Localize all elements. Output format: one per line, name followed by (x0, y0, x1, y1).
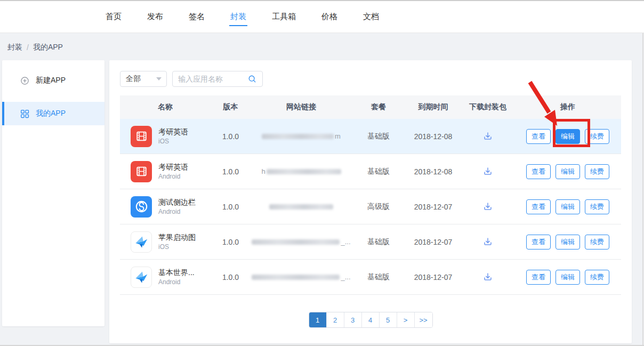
renew-button[interactable]: 续费 (585, 129, 609, 144)
renew-button[interactable]: 续费 (585, 199, 609, 214)
search-box (172, 71, 263, 87)
view-button[interactable]: 查看 (526, 235, 551, 250)
next-page-button[interactable]: > (397, 312, 415, 327)
package-tier: 基础版 (352, 167, 405, 176)
page-button-4[interactable]: 4 (362, 312, 380, 327)
download-icon (482, 236, 494, 248)
top-navigation: 首页 发布 签名 封装 工具箱 价格 文档 (0, 1, 644, 33)
app-platform: Android (158, 278, 195, 286)
download-package-button[interactable] (482, 166, 494, 178)
app-version: 1.0.0 (211, 167, 251, 176)
renew-button[interactable]: 续费 (585, 164, 609, 179)
download-package-button[interactable] (482, 271, 494, 283)
app-version: 1.0.0 (211, 132, 251, 141)
view-button[interactable]: 查看 (526, 199, 551, 214)
expiry-date: 2018-12-08 (405, 167, 461, 176)
download-package-button[interactable] (482, 131, 494, 142)
app-name: 考研英语 (158, 162, 188, 172)
expiry-date: 2018-12-07 (405, 273, 461, 281)
expiry-date: 2018-12-07 (405, 238, 461, 246)
edit-button[interactable]: 编辑 (556, 270, 580, 285)
page-button-1[interactable]: 1 (309, 312, 327, 327)
nav-item-home[interactable]: 首页 (106, 1, 122, 33)
table-row: 测试侧边栏 Android 1.0.0 高级版 2018-12-07 查看 (120, 189, 621, 224)
website-link-masked: m (251, 132, 352, 140)
table-row: 考研英语 Android 1.0.0 h 基础版 2018-12-08 (120, 154, 621, 189)
table-row: 考研英语 iOS 1.0.0 m 基础版 2018-12-08 (120, 119, 621, 154)
breadcrumb-separator: / (27, 43, 29, 52)
main-content-panel: 全部 名称 版本 网站链接 套餐 到期时间 下载封装包 操作 (109, 60, 632, 343)
breadcrumb: 封装 / 我的APP (7, 43, 63, 52)
expiry-date: 2018-12-07 (405, 203, 461, 211)
app-name: 基本世界... (158, 268, 195, 278)
page-button-3[interactable]: 3 (344, 312, 362, 327)
view-button[interactable]: 查看 (526, 270, 551, 285)
download-package-button[interactable] (482, 236, 494, 248)
film-icon (131, 126, 152, 147)
search-input[interactable] (178, 75, 247, 83)
expiry-date: 2018-12-08 (405, 132, 461, 141)
edit-button[interactable]: 编辑 (556, 164, 580, 179)
page-button-5[interactable]: 5 (380, 312, 397, 327)
pagination-container: 1 2 3 4 5 > >> (120, 312, 621, 328)
app-name: 考研英语 (158, 127, 188, 137)
page-button-2[interactable]: 2 (327, 312, 344, 327)
app-platform: iOS (158, 137, 188, 146)
view-button[interactable]: 查看 (526, 164, 551, 179)
blurred-link-bar (262, 134, 334, 139)
edit-button-highlighted[interactable]: 编辑 (556, 129, 580, 144)
renew-button[interactable]: 续费 (585, 270, 609, 285)
download-icon (482, 131, 494, 142)
package-tier: 高级版 (352, 202, 405, 212)
column-header-actions: 操作 (514, 102, 621, 112)
download-package-button[interactable] (482, 201, 494, 213)
download-icon (482, 201, 494, 213)
view-button[interactable]: 查看 (526, 129, 551, 144)
nav-item-publish[interactable]: 发布 (147, 1, 163, 33)
website-link-masked: h (251, 167, 352, 175)
download-icon (482, 166, 494, 178)
app-name: 苹果启动图 (158, 232, 196, 243)
plus-circle-icon (20, 76, 30, 86)
sidebar: 新建APP 我的APP (2, 60, 104, 326)
package-tier: 基础版 (352, 132, 405, 141)
list-toolbar: 全部 (120, 71, 621, 87)
blurred-link-bar (269, 204, 333, 210)
app-table: 名称 版本 网站链接 套餐 到期时间 下载封装包 操作 (120, 95, 621, 295)
package-tier: 基础版 (352, 237, 405, 247)
sidebar-item-new-app[interactable]: 新建APP (2, 69, 104, 92)
sidebar-item-label: 我的APP (36, 109, 66, 118)
app-platform: iOS (158, 243, 196, 251)
nav-item-price[interactable]: 价格 (321, 1, 337, 33)
app-name: 测试侧边栏 (158, 197, 196, 207)
download-icon (482, 271, 494, 283)
package-tier: 基础版 (352, 272, 405, 282)
last-page-button[interactable]: >> (415, 312, 432, 327)
column-header-version: 版本 (211, 102, 251, 112)
nav-item-sign[interactable]: 签名 (189, 1, 205, 33)
search-icon[interactable] (247, 74, 257, 84)
renew-button[interactable]: 续费 (585, 235, 609, 250)
window-right-edge (642, 33, 643, 345)
app-platform: Android (158, 172, 188, 181)
column-header-package: 套餐 (352, 102, 405, 112)
app-version: 1.0.0 (211, 273, 251, 281)
edit-button[interactable]: 编辑 (556, 235, 580, 250)
blurred-link-bar (252, 239, 340, 245)
edit-button[interactable]: 编辑 (556, 199, 580, 214)
nav-item-toolbox[interactable]: 工具箱 (272, 1, 296, 33)
website-link-masked: _... (251, 238, 352, 246)
column-header-expiry: 到期时间 (405, 102, 461, 112)
nav-item-package-active[interactable]: 封装 (230, 1, 246, 33)
sidebar-item-my-apps[interactable]: 我的APP (2, 102, 104, 125)
filter-dropdown-value: 全部 (126, 74, 141, 84)
filter-dropdown[interactable]: 全部 (120, 71, 167, 87)
table-row: 基本世界... Android 1.0.0 _... 基础版 2018-12-0… (120, 260, 621, 295)
column-header-name: 名称 (120, 102, 211, 112)
grid-icon (20, 109, 30, 119)
breadcrumb-section[interactable]: 封装 (7, 43, 22, 52)
website-link-masked (251, 204, 352, 210)
paper-bird-icon (131, 267, 152, 288)
nav-item-docs[interactable]: 文档 (363, 1, 379, 33)
app-platform: Android (158, 207, 196, 216)
